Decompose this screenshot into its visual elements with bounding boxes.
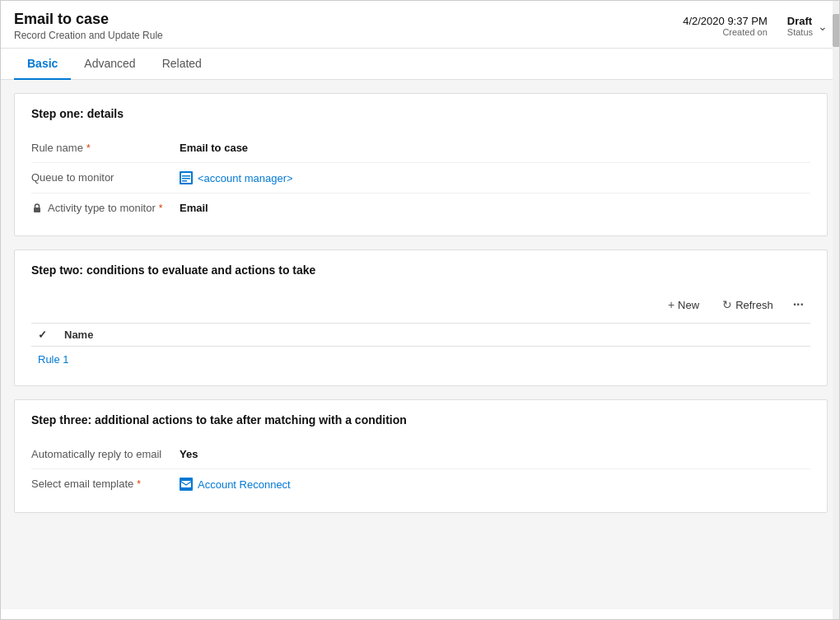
main-content: Step one: details Rule name * Email to c… bbox=[1, 80, 840, 609]
lock-icon bbox=[31, 203, 43, 214]
refresh-button[interactable]: ↻ Refresh bbox=[712, 294, 783, 315]
step-one-card: Step one: details Rule name * Email to c… bbox=[14, 93, 828, 236]
plus-icon: + bbox=[668, 298, 674, 311]
step-one-title: Step one: details bbox=[31, 107, 810, 120]
rule-name-value: Email to case bbox=[180, 142, 810, 154]
more-icon: ··· bbox=[793, 297, 804, 312]
header-right: 4/2/2020 9:37 PM Created on Draft Status… bbox=[683, 15, 828, 37]
status-label: Status bbox=[787, 27, 813, 37]
email-template-value[interactable]: Account Reconnect bbox=[180, 478, 810, 491]
rule-1-link[interactable]: Rule 1 bbox=[38, 353, 69, 366]
created-date-value: 4/2/2020 9:37 PM bbox=[683, 15, 768, 27]
svg-rect-4 bbox=[182, 180, 187, 182]
svg-rect-7 bbox=[181, 481, 191, 487]
table-row[interactable]: Rule 1 bbox=[31, 347, 810, 372]
scrollbar-track[interactable] bbox=[833, 1, 840, 620]
activity-type-label: Activity type to monitor * bbox=[31, 202, 180, 214]
page-header: Email to case Record Creation and Update… bbox=[1, 1, 840, 49]
header-check-col: ✓ bbox=[38, 329, 58, 341]
step-three-title: Step three: additional actions to take a… bbox=[31, 413, 810, 427]
auto-reply-label: Automatically reply to email bbox=[31, 448, 180, 460]
email-template-required: * bbox=[137, 478, 141, 490]
tab-bar: Basic Advanced Related bbox=[1, 49, 840, 80]
conditions-table-header: ✓ Name bbox=[31, 324, 810, 347]
created-date-label: Created on bbox=[683, 27, 768, 37]
header-status-block: Draft Status ⌄ bbox=[787, 15, 828, 37]
queue-monitor-label: Queue to monitor bbox=[31, 171, 180, 184]
page-subtitle: Record Creation and Update Rule bbox=[14, 30, 163, 41]
svg-rect-3 bbox=[182, 178, 190, 179]
activity-type-value: Email bbox=[180, 202, 810, 214]
tab-related[interactable]: Related bbox=[149, 49, 215, 80]
email-template-label: Select email template * bbox=[31, 478, 180, 490]
status-value: Draft bbox=[787, 15, 813, 27]
auto-reply-value: Yes bbox=[180, 448, 810, 460]
step-two-title: Step two: conditions to evaluate and act… bbox=[31, 263, 810, 277]
auto-reply-row: Automatically reply to email Yes bbox=[31, 440, 810, 469]
queue-icon bbox=[180, 171, 193, 184]
step-two-toolbar: + New ↻ Refresh ··· bbox=[31, 290, 810, 324]
status-dropdown-chevron[interactable]: ⌄ bbox=[818, 20, 828, 33]
refresh-icon: ↻ bbox=[722, 298, 732, 311]
new-button[interactable]: + New bbox=[658, 294, 709, 315]
tab-basic[interactable]: Basic bbox=[14, 49, 71, 80]
tab-advanced[interactable]: Advanced bbox=[71, 49, 148, 80]
header-date-block: 4/2/2020 9:37 PM Created on bbox=[683, 15, 768, 37]
activity-required: * bbox=[159, 203, 163, 214]
svg-rect-2 bbox=[182, 175, 190, 177]
email-template-icon bbox=[180, 478, 193, 491]
checkmark-icon: ✓ bbox=[38, 329, 47, 341]
rule-name-row: Rule name * Email to case bbox=[31, 133, 810, 163]
page-title: Email to case bbox=[14, 11, 163, 28]
name-column-header: Name bbox=[64, 329, 93, 341]
svg-rect-5 bbox=[34, 207, 40, 212]
step-three-card: Step three: additional actions to take a… bbox=[14, 399, 828, 513]
step-two-card: Step two: conditions to evaluate and act… bbox=[14, 249, 828, 386]
email-template-row: Select email template * Account Reconnec… bbox=[31, 469, 810, 499]
header-left: Email to case Record Creation and Update… bbox=[14, 11, 163, 41]
scrollbar-thumb[interactable] bbox=[833, 14, 840, 47]
status-text-block: Draft Status bbox=[787, 15, 813, 37]
rule-name-label: Rule name * bbox=[31, 142, 180, 154]
queue-monitor-value[interactable]: <account manager> bbox=[180, 171, 810, 184]
rule-name-required: * bbox=[86, 142, 91, 154]
queue-monitor-row: Queue to monitor <account manager> bbox=[31, 163, 810, 193]
activity-type-row: Activity type to monitor * Email bbox=[31, 193, 810, 222]
more-options-button[interactable]: ··· bbox=[786, 293, 810, 316]
